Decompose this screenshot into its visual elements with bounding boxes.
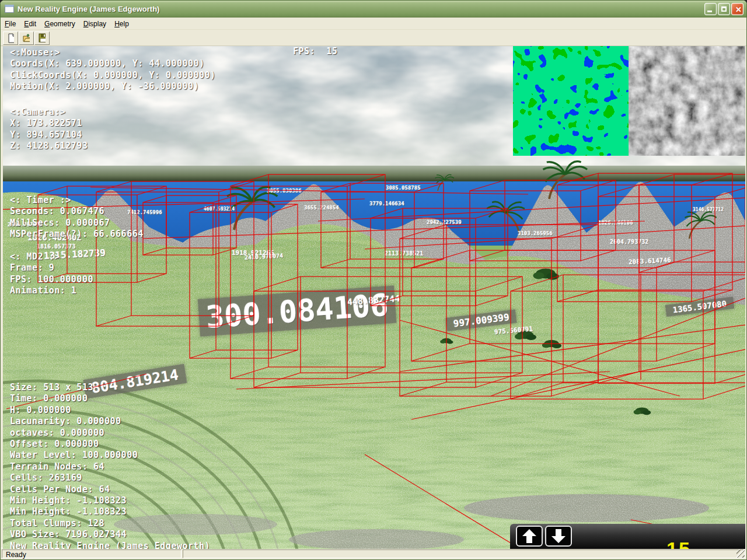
arrow-up-icon — [521, 528, 538, 544]
open-file-button[interactable] — [19, 32, 34, 45]
resize-grip[interactable] — [736, 550, 745, 558]
menu-item-geometry[interactable]: Geometry — [40, 19, 79, 29]
status-spacer — [183, 550, 745, 558]
menu-item-help[interactable]: Help — [110, 19, 133, 29]
arrow-down-icon — [550, 528, 567, 544]
new-file-button[interactable] — [3, 32, 18, 45]
new-document-icon — [7, 33, 14, 43]
menu-item-display[interactable]: Display — [79, 19, 110, 29]
app-window: New Reality Engine (James Edgeworth) ✕ F… — [0, 0, 747, 560]
statusbar: Ready — [1, 548, 746, 559]
toolbar — [1, 30, 746, 46]
menu-item-edit[interactable]: Edit — [20, 19, 40, 29]
status-message: Ready — [2, 550, 181, 558]
minimize-button[interactable] — [704, 3, 717, 15]
open-folder-icon — [23, 33, 30, 43]
close-icon: ✕ — [735, 5, 742, 14]
fps-overlay-clipped: 15 — [666, 539, 691, 549]
noise-color-map-preview — [513, 46, 629, 156]
app-icon — [5, 5, 14, 13]
menubar: File Edit Geometry Display Help — [1, 18, 746, 30]
save-floppy-icon — [39, 33, 46, 43]
nav-bar: 15 — [510, 524, 745, 549]
save-file-button[interactable] — [34, 32, 50, 45]
scroll-down-button[interactable] — [545, 526, 572, 547]
titlebar: New Reality Engine (James Edgeworth) ✕ — [1, 1, 746, 18]
render-viewport[interactable]: 300.084106448.832744804.819214997.009399… — [3, 46, 745, 549]
maximize-icon — [721, 6, 727, 12]
maximize-button[interactable] — [718, 3, 730, 15]
scroll-up-button[interactable] — [516, 526, 543, 547]
noise-gray-map-preview — [629, 46, 745, 156]
window-title: New Reality Engine (James Edgeworth) — [18, 5, 704, 13]
menu-item-file[interactable]: File — [1, 19, 20, 29]
close-button[interactable]: ✕ — [731, 3, 743, 15]
minimize-icon — [707, 10, 712, 12]
